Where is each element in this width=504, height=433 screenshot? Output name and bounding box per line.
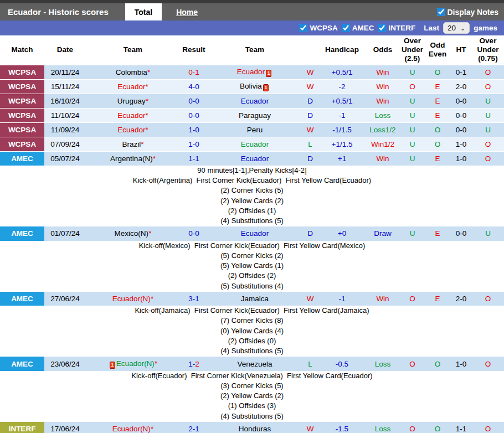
odd-even-cell: O [425,65,450,79]
interf-checkbox[interactable] [378,24,386,32]
match-date: 15/11/24 [44,79,86,94]
league-badge: WCPSA [0,137,44,151]
half-time-cell: 2-0 [450,79,472,94]
over-under-0-75-cell: O [472,421,504,433]
over-under-2-5-cell: U [400,137,425,151]
col-header-ht: HT [450,35,472,65]
match-date: 20/11/24 [44,65,86,79]
team-name[interactable]: Honduras [239,425,271,433]
away-team-cell: Honduras [208,421,302,433]
table-header-row: MatchDateTeamResultTeamHandicapOddsOver … [0,35,504,65]
handicap-cell: -1 [318,108,366,122]
team-name[interactable]: Colombia [116,68,147,76]
team-name[interactable]: Brazil [122,140,141,148]
league-badge: AMEC [0,291,44,306]
result-cell: 0-1 [180,65,208,79]
odd-even-cell: O [425,357,450,371]
red-card-icon: 1 [266,70,271,77]
last-label: Last [424,24,439,32]
wcpsa-checkbox[interactable] [299,24,307,32]
half-time-cell: 0-0 [450,226,472,241]
home-star-marker: * [151,295,153,303]
league-badge: WCPSA [0,108,44,122]
team-name[interactable]: Ecuador [117,83,145,91]
team-name[interactable]: Ecuador [241,97,269,105]
team-name[interactable]: Ecuador [241,140,269,148]
tab-total[interactable]: Total [125,3,162,20]
handicap-cell: -0.5 [318,357,366,371]
team-name[interactable]: Argentina(N) [110,154,153,163]
handicap-cell: -2 [318,79,366,94]
league-filter-interf[interactable]: INTERF [378,24,415,32]
result-cell: 3-1 [180,291,208,306]
league-filter-wcpsa[interactable]: WCPSA [299,24,337,32]
match-date: 07/09/24 [44,137,86,151]
result-cell: 0-0 [180,108,208,122]
over-under-2-5-cell: U [400,108,425,122]
result-score: 1-0 [188,126,199,134]
league-badge: WCPSA [0,122,44,137]
team-name[interactable]: Peru [247,126,263,134]
match-row: WCPSA20/11/24Colombia*0-1Ecuador1W+0.5/1… [0,65,504,79]
home-team-cell: Ecuador* [86,122,180,137]
odd-even-cell: O [425,122,450,137]
half-time-cell: 1-0 [450,357,472,371]
wdl-cell: D [302,151,318,166]
team-name[interactable]: Ecuador [237,68,265,76]
over-under-2-5-cell: U [400,151,425,166]
home-team-cell: Ecuador(N)* [86,291,180,306]
team-name[interactable]: Ecuador(N) [112,425,151,433]
league-badge: AMEC [0,151,44,166]
col-header-handicap: Handicap [318,35,366,65]
team-name[interactable]: Uruguay [117,97,146,105]
over-under-0-75-cell: O [472,357,504,371]
team-name[interactable]: Ecuador [241,154,269,163]
home-team-cell: Argentina(N)* [86,151,180,166]
result-cell: 1-1 [180,151,208,166]
note-line: (4) Substitutions (5) [0,216,504,226]
team-name[interactable]: Ecuador(N) [116,359,155,368]
team-name[interactable]: Mexico(N) [115,229,149,238]
result-score: 2-1 [188,425,199,433]
league-badge: INTERF [0,421,44,433]
match-notes-row: 90 minutes[1-1],Penalty Kicks[4-2]Kick-o… [0,166,504,226]
away-team-cell: Jamaica [208,291,302,306]
match-row: INTERF17/06/24Ecuador(N)*2-1HondurasW-1.… [0,421,504,433]
team-name[interactable]: Ecuador [117,111,145,120]
tab-home[interactable]: Home [176,3,198,20]
team-name[interactable]: Ecuador [117,126,145,134]
team-name[interactable]: Paraguay [239,111,271,120]
result-score: 1-1 [188,154,199,163]
team-name[interactable]: Jamaica [241,295,269,303]
amec-checkbox[interactable] [342,24,350,32]
wdl-cell: W [302,291,318,306]
team-name[interactable]: Venezuela [237,360,272,368]
display-notes-checkbox[interactable] [437,8,445,16]
over-under-0-75-cell: U [472,122,504,137]
match-notes-row: Kick-off(Jamaica) First Corner Kick(Ecua… [0,306,504,357]
display-notes-toggle[interactable]: Display Notes [437,3,498,20]
team-name[interactable]: Ecuador [241,229,269,238]
odds-cell: Win [366,65,400,79]
league-filter-amec[interactable]: AMEC [342,24,374,32]
home-team-cell: Brazil* [86,137,180,151]
result-score: 0-1 [188,68,199,76]
result-cell: 4-0 [180,79,208,94]
games-count-select[interactable]: 20 ⌄ [443,22,470,34]
home-star-marker: * [146,111,148,120]
away-team-cell: Ecuador [208,137,302,151]
result-cell: 1-0 [180,122,208,137]
odds-cell: Win [366,94,400,108]
result-cell: 0-0 [180,226,208,241]
match-notes: Kick-off(Ecuador) First Corner Kick(Vene… [0,371,504,422]
note-line: (4) Substitutions (5) [0,411,504,421]
home-star-marker: * [146,126,148,134]
away-team-cell: Peru [208,122,302,137]
odds-cell: Draw [366,226,400,241]
team-name[interactable]: Bolivia [240,82,262,90]
page-title: Ecuador - Historic scores [0,3,109,20]
result-score: 0-0 [188,97,199,105]
wcpsa-label: WCPSA [310,24,337,32]
team-name[interactable]: Ecuador(N) [112,295,151,303]
over-under-0-75-cell: O [472,79,504,94]
